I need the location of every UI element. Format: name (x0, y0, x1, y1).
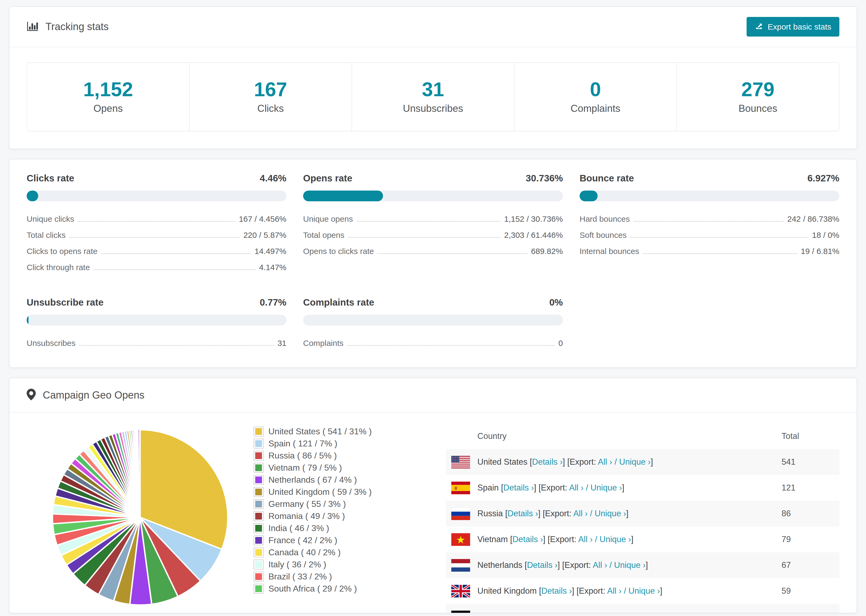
table-row: Spain [Details ›] [Export: All › / Uniqu… (446, 475, 839, 501)
legend-label: France ( 42 / 2% ) (268, 535, 337, 545)
stats-summary-row: 1,152Opens167Clicks31Unsubscribes0Compla… (27, 62, 839, 131)
bracket: ] (547, 612, 551, 613)
details-link[interactable]: Details › (512, 534, 543, 544)
export-all-link[interactable]: All › (569, 483, 583, 492)
legend-item[interactable]: Romania ( 49 / 3% ) (254, 511, 400, 521)
rate-row-value: 14.497% (255, 247, 287, 256)
rate-section: Complaints rate0%Complaints0 (303, 297, 563, 351)
country-cell: United States [Details ›] [Export: All ›… (477, 457, 781, 467)
rate-title: Bounce rate (579, 173, 634, 184)
legend-label: Italy ( 36 / 2% ) (268, 559, 326, 569)
legend-swatch (254, 535, 264, 545)
details-link[interactable]: Details › (527, 560, 557, 570)
legend-swatch (254, 559, 264, 569)
legend-item[interactable]: Russia ( 86 / 5% ) (254, 451, 400, 460)
export-all-link[interactable]: All › (593, 560, 607, 570)
legend-item[interactable]: Netherlands ( 67 / 4% ) (254, 475, 400, 485)
dotted-leader (378, 253, 527, 254)
bracket: ] (622, 483, 625, 492)
legend-item[interactable]: United Kingdom ( 59 / 3% ) (254, 487, 400, 497)
rate-value: 0% (549, 297, 563, 308)
export-all-link[interactable]: All › (578, 534, 592, 544)
legend-item[interactable]: Spain ( 121 / 7% ) (254, 438, 400, 449)
rate-row-label: Soft bounces (579, 231, 627, 240)
export-icon (755, 22, 763, 32)
dotted-leader (347, 345, 554, 346)
legend-swatch (254, 475, 264, 485)
rate-row-label: Hard bounces (579, 214, 630, 224)
legend-label: Canada ( 40 / 2% ) (268, 547, 341, 558)
total-cell: 67 (781, 560, 839, 570)
pie-legend: United States ( 541 / 31% )Spain ( 121 /… (254, 423, 400, 613)
details-link[interactable]: Details › (504, 483, 534, 492)
rate-rows: Unique clicks167 / 4.456%Total clicks220… (27, 211, 287, 275)
export-unique-link[interactable]: Unique › (590, 483, 622, 492)
table-row: Netherlands [Details ›] [Export: All › /… (446, 552, 839, 578)
bar-chart-icon (27, 21, 38, 33)
rate-title: Opens rate (303, 173, 352, 184)
legend-swatch (254, 438, 264, 449)
export-unique-link[interactable]: Unique › (603, 612, 635, 613)
country-name: United Kingdom (477, 586, 539, 596)
export-unique-link[interactable]: Unique › (595, 509, 626, 518)
details-link[interactable]: Details › (516, 612, 547, 613)
rate-row: Opens to clicks rate689.82% (303, 243, 563, 259)
slash-separator: / (622, 586, 628, 596)
legend-item[interactable]: Canada ( 40 / 2% ) (254, 547, 400, 558)
legend-item[interactable]: Italy ( 36 / 2% ) (254, 559, 400, 569)
total-cell: 79 (781, 534, 839, 544)
export-all-link[interactable]: All › (598, 457, 612, 467)
bracket: [ (501, 483, 504, 492)
export-unique-link[interactable]: Unique › (628, 586, 660, 596)
country-flag-icon (451, 456, 470, 468)
legend-item[interactable]: Vietnam ( 79 / 5% ) (254, 463, 400, 473)
export-unique-link[interactable]: Unique › (614, 560, 646, 570)
rates-grid: Clicks rate4.46%Unique clicks167 / 4.456… (9, 159, 857, 368)
rate-row: Unique opens1,152 / 30.736% (303, 211, 563, 227)
export-all-link[interactable]: All › (573, 509, 587, 518)
country-flag-icon (451, 508, 470, 520)
bracket: ] (543, 534, 548, 544)
rate-row-value: 31 (277, 339, 287, 348)
legend-item[interactable]: Germany ( 55 / 3% ) (254, 499, 400, 509)
dotted-leader (69, 237, 239, 238)
export-all-link[interactable]: All › (582, 612, 596, 613)
export-label: [Export: (538, 483, 569, 492)
legend-label: Romania ( 49 / 3% ) (268, 511, 345, 521)
slash-separator: / (597, 612, 603, 613)
export-label: [Export: (548, 534, 578, 544)
details-link[interactable]: Details › (507, 509, 538, 518)
column-header-total: Total (781, 431, 839, 441)
bracket: [ (539, 586, 542, 596)
bracket: ] (631, 534, 634, 544)
dotted-leader (643, 253, 797, 254)
details-link[interactable]: Details › (542, 586, 572, 596)
rate-row-label: Total clicks (27, 231, 66, 240)
rate-row-label: Click through rate (27, 263, 90, 272)
legend-item[interactable]: France ( 42 / 2% ) (254, 535, 400, 545)
rate-section: Bounce rate6.927%Hard bounces242 / 86.73… (579, 173, 839, 275)
export-unique-link[interactable]: Unique › (600, 534, 631, 544)
country-flag-icon (451, 482, 470, 494)
export-all-link[interactable]: All › (607, 586, 621, 596)
rate-row-label: Opens to clicks rate (303, 247, 374, 256)
details-link[interactable]: Details › (532, 457, 563, 467)
country-name: Germany (477, 612, 514, 613)
rate-header: Unsubscribe rate0.77% (27, 297, 287, 308)
rate-row-label: Clicks to opens rate (27, 247, 98, 256)
rate-row-label: Unsubscribes (27, 339, 76, 348)
export-unique-link[interactable]: Unique › (619, 457, 650, 467)
geo-country-table: Country Total United States [Details ›] … (446, 423, 839, 613)
legend-item[interactable]: United States ( 541 / 31% ) (254, 426, 400, 437)
export-basic-stats-button[interactable]: Export basic stats (746, 17, 839, 36)
progress-bar (303, 315, 563, 325)
table-row: Germany [Details ›] [Export: All › / Uni… (446, 604, 839, 613)
rate-row-value: 4.147% (259, 263, 287, 272)
legend-item[interactable]: India ( 46 / 3% ) (254, 523, 400, 533)
rate-rows: Unique opens1,152 / 30.736%Total opens2,… (303, 211, 563, 259)
legend-item[interactable]: South Africa ( 29 / 2% ) (254, 584, 400, 594)
legend-item[interactable]: Brazil ( 33 / 2% ) (254, 572, 400, 581)
rate-row-value: 19 / 6.81% (801, 247, 839, 256)
bracket: ] (635, 612, 638, 613)
legend-label: Brazil ( 33 / 2% ) (268, 572, 332, 581)
